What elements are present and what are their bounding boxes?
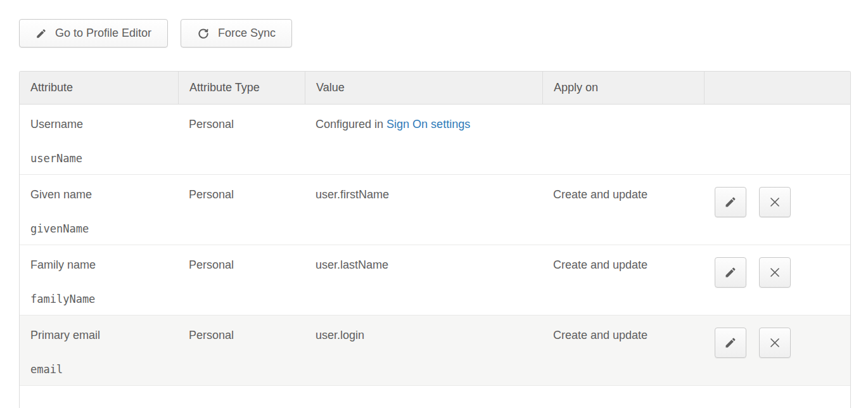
apply-on-cell — [542, 105, 704, 174]
attribute-mapping-table: Attribute Attribute Type Value Apply on … — [19, 71, 851, 408]
edit-attribute-button[interactable] — [715, 187, 746, 217]
attribute-code: givenName — [30, 222, 172, 235]
close-icon — [769, 267, 781, 278]
apply-on-cell: Create and update — [542, 175, 704, 245]
edit-attribute-button[interactable] — [715, 257, 746, 288]
header-apply-on: Apply on — [542, 72, 704, 104]
attribute-label: Given name — [30, 188, 172, 201]
close-icon — [769, 337, 781, 348]
attribute-label: Username — [30, 118, 172, 131]
pencil-icon — [724, 266, 737, 279]
delete-attribute-button[interactable] — [759, 328, 791, 358]
toolbar: Go to Profile Editor Force Sync — [19, 19, 292, 48]
attribute-label: Family name — [30, 258, 172, 272]
sign-on-settings-link[interactable]: Sign On settings — [386, 118, 470, 131]
attribute-label: Primary email — [30, 329, 172, 342]
table-row: Family name familyName Personal user.las… — [20, 245, 850, 316]
pencil-icon — [724, 196, 737, 208]
table-row: Given name givenName Personal user.first… — [20, 175, 850, 245]
attribute-code: userName — [30, 152, 172, 165]
type-cell: Personal — [178, 175, 305, 245]
go-to-profile-editor-label: Go to Profile Editor — [55, 27, 151, 40]
actions-cell — [704, 316, 850, 385]
pencil-icon — [35, 28, 47, 39]
edit-attribute-button[interactable] — [715, 328, 746, 358]
value-cell: user.login — [305, 316, 542, 385]
header-value: Value — [305, 72, 542, 104]
actions-cell — [704, 175, 850, 245]
force-sync-button[interactable]: Force Sync — [181, 19, 292, 48]
header-attribute: Attribute — [20, 72, 178, 104]
header-actions — [704, 72, 850, 104]
attribute-cell: Family name familyName — [20, 245, 178, 315]
close-icon — [769, 196, 781, 208]
table-row: Username userName Personal Configured in… — [20, 105, 850, 175]
value-cell: Configured in Sign On settings — [305, 105, 542, 174]
attribute-code: email — [30, 363, 172, 376]
type-cell: Personal — [178, 105, 305, 174]
value-cell: user.firstName — [305, 175, 542, 245]
actions-cell — [704, 245, 850, 315]
delete-attribute-button[interactable] — [759, 257, 791, 288]
go-to-profile-editor-button[interactable]: Go to Profile Editor — [19, 19, 168, 48]
value-prefix: Configured in — [316, 118, 386, 131]
type-cell: Personal — [178, 245, 305, 315]
delete-attribute-button[interactable] — [759, 187, 791, 217]
apply-on-cell: Create and update — [542, 245, 704, 315]
pencil-icon — [724, 336, 737, 349]
attribute-cell: Username userName — [20, 105, 178, 174]
attribute-code: familyName — [30, 293, 172, 305]
attribute-cell: Given name givenName — [20, 175, 178, 245]
table-row: Primary email email Personal user.login … — [20, 316, 850, 386]
type-cell: Personal — [178, 316, 305, 385]
actions-cell — [704, 105, 850, 174]
header-attribute-type: Attribute Type — [178, 72, 305, 104]
table-header-row: Attribute Attribute Type Value Apply on — [20, 72, 850, 105]
apply-on-cell: Create and update — [542, 316, 704, 385]
value-cell: user.lastName — [305, 245, 542, 315]
refresh-icon — [197, 27, 210, 40]
attribute-cell: Primary email email — [20, 316, 178, 385]
empty-row-partial — [20, 386, 850, 408]
force-sync-label: Force Sync — [218, 27, 276, 40]
